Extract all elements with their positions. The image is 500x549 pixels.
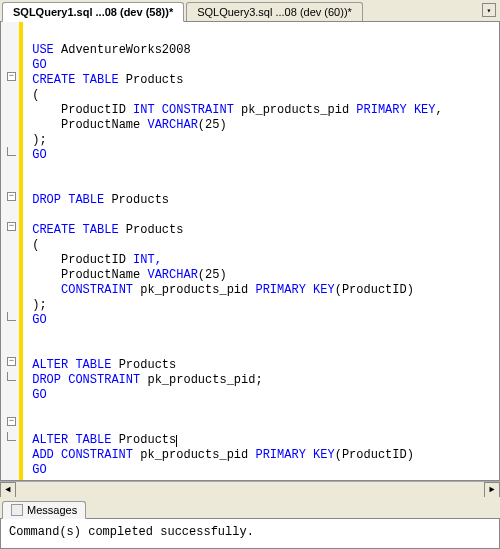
fold-toggle[interactable] — [7, 192, 16, 201]
editor-tab-other[interactable]: SQLQuery3.sql ...08 (dev (60))* — [186, 2, 363, 21]
kw-int: INT, — [133, 253, 162, 267]
editor-tab-bar: SQLQuery1.sql ...08 (dev (58))* SQLQuery… — [0, 0, 500, 22]
paren: ); — [32, 133, 46, 147]
ident: pk_products_pid — [140, 283, 248, 297]
messages-icon — [11, 504, 23, 516]
text-cursor — [176, 435, 177, 447]
change-marker — [19, 22, 23, 480]
ident: Products — [126, 223, 184, 237]
fold-toggle[interactable] — [7, 72, 16, 81]
kw-pk: PRIMARY KEY — [255, 283, 334, 297]
fold-toggle[interactable] — [7, 417, 16, 426]
kw-go: GO — [32, 388, 46, 402]
tab-overflow-button[interactable]: ▾ — [482, 3, 496, 17]
messages-tab[interactable]: Messages — [2, 501, 86, 519]
ident: pk_products_pid — [147, 373, 255, 387]
kw-create: CREATE TABLE — [32, 73, 118, 87]
punct: (25) — [198, 268, 227, 282]
scroll-left-button[interactable]: ◄ — [0, 482, 16, 498]
paren: ( — [32, 88, 39, 102]
kw-addc: ADD CONSTRAINT — [32, 448, 133, 462]
ident: Products — [119, 358, 177, 372]
ident: ProductID — [61, 103, 126, 117]
kw-dropc: DROP CONSTRAINT — [32, 373, 140, 387]
scroll-right-button[interactable]: ► — [484, 482, 500, 498]
ident: Products — [111, 193, 169, 207]
kw-go: GO — [32, 148, 46, 162]
messages-tab-label: Messages — [27, 504, 77, 516]
horizontal-scrollbar[interactable]: ◄ ► — [0, 481, 500, 497]
ident: Products — [119, 433, 177, 447]
messages-tab-bar: Messages — [0, 497, 500, 519]
kw-constraint: CONSTRAINT — [61, 283, 133, 297]
punct: , — [436, 103, 443, 117]
fold-toggle[interactable] — [7, 357, 16, 366]
paren: ); — [32, 298, 46, 312]
sql-editor[interactable]: USE AdventureWorks2008 GO CREATE TABLE P… — [0, 22, 500, 481]
punct: (ProductID) — [335, 448, 414, 462]
kw-create: CREATE TABLE — [32, 223, 118, 237]
ident: pk_products_pid — [241, 103, 349, 117]
kw-pk: PRIMARY KEY — [255, 448, 334, 462]
code-content[interactable]: USE AdventureWorks2008 GO CREATE TABLE P… — [25, 28, 499, 480]
fold-end — [7, 372, 16, 381]
fold-end — [7, 312, 16, 321]
punct: (ProductID) — [335, 283, 414, 297]
paren: ( — [32, 238, 39, 252]
kw-alter: ALTER TABLE — [32, 433, 111, 447]
kw-varchar: VARCHAR — [147, 118, 197, 132]
ident: Products — [126, 73, 184, 87]
kw-go: GO — [32, 58, 46, 72]
fold-toggle[interactable] — [7, 222, 16, 231]
kw-alter: ALTER TABLE — [32, 358, 111, 372]
ident: ProductName — [61, 268, 140, 282]
kw-go: GO — [32, 463, 46, 477]
editor-tab-active[interactable]: SQLQuery1.sql ...08 (dev (58))* — [2, 2, 184, 22]
ident: pk_products_pid — [140, 448, 248, 462]
kw-varchar: VARCHAR — [147, 268, 197, 282]
punct: (25) — [198, 118, 227, 132]
fold-end — [7, 147, 16, 156]
kw-pk: PRIMARY KEY — [356, 103, 435, 117]
kw-int: INT — [133, 103, 155, 117]
messages-text: Command(s) completed successfully. — [9, 525, 254, 539]
fold-end — [7, 432, 16, 441]
punct: ; — [255, 373, 262, 387]
kw-use: USE — [32, 43, 54, 57]
messages-pane: Command(s) completed successfully. — [0, 519, 500, 549]
kw-go: GO — [32, 313, 46, 327]
ident: AdventureWorks2008 — [61, 43, 191, 57]
ident: ProductName — [61, 118, 140, 132]
ident: ProductID — [61, 253, 126, 267]
kw-drop: DROP TABLE — [32, 193, 104, 207]
kw-constraint: CONSTRAINT — [162, 103, 234, 117]
gutter — [1, 22, 23, 480]
